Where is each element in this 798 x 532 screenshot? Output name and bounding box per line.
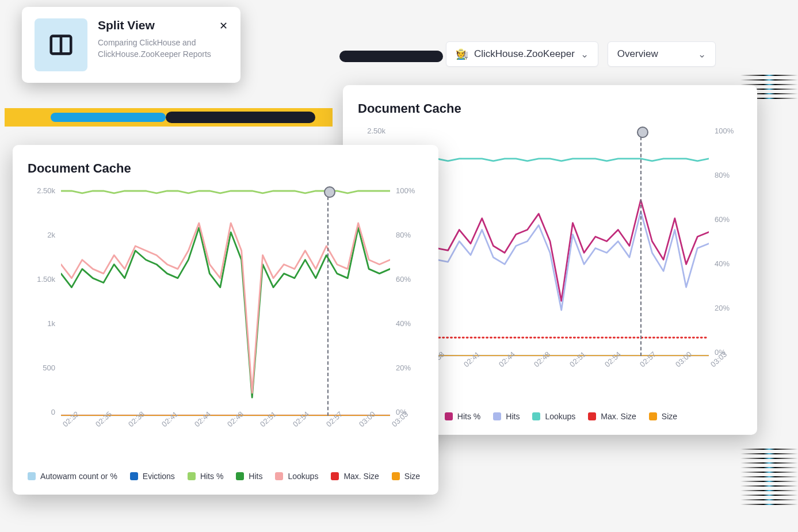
y-axis-left: 2.50k 2k 1.50k 1k 500 0: [28, 186, 55, 416]
legend-item-size[interactable]: Size: [649, 412, 677, 421]
report-dropdown[interactable]: 🧑‍🌾 ClickHouse.ZooKeeper ⌄: [446, 41, 598, 67]
split-view-icon: [35, 18, 87, 71]
view-dropdown[interactable]: Overview ⌄: [608, 41, 716, 67]
decor-glitch: [740, 449, 798, 508]
report-dropdown-label: ClickHouse.ZooKeeper: [474, 48, 575, 60]
chart-legend: Autowarm count or % Evictions Hits % Hit…: [28, 472, 421, 481]
tooltip-desc: Comparing ClickHouse and ClickHouse.ZooK…: [98, 37, 228, 60]
chart-plot-area[interactable]: [391, 127, 709, 357]
decor-bar: [339, 51, 443, 62]
legend-item-lookups[interactable]: Lookups: [275, 472, 318, 481]
legend-item-hits[interactable]: Hits: [236, 472, 262, 481]
legend-item-lookups[interactable]: Lookups: [532, 412, 575, 421]
x-axis: 02:3502:3802:4102:4402:4802:5102:5402:57…: [391, 362, 709, 371]
chart-card-left: Document Cache 2.50k 2k 1.50k 1k 500 0 1…: [13, 145, 438, 495]
chevron-down-icon: ⌄: [698, 48, 706, 60]
zookeeper-icon: 🧑‍🌾: [456, 48, 468, 60]
legend-item-evictions[interactable]: Evictions: [130, 472, 175, 481]
tooltip-title: Split View: [98, 18, 228, 32]
legend-item-maxsize[interactable]: Max. Size: [588, 412, 636, 421]
chart-crosshair[interactable]: [640, 131, 642, 356]
chart-plot-area[interactable]: [61, 186, 390, 416]
y-axis-right: 100% 80% 60% 40% 20% 0%: [396, 186, 421, 416]
chart-title: Document Cache: [358, 101, 740, 116]
legend-item-maxsize[interactable]: Max. Size: [331, 472, 379, 481]
decor-bar: [5, 108, 333, 127]
y-axis-right: 100% 80% 60% 40% 20% 0%: [715, 127, 740, 357]
close-icon[interactable]: ✕: [219, 20, 228, 32]
legend-item-hits-pct[interactable]: Hits %: [445, 412, 480, 421]
legend-item-size[interactable]: Size: [392, 472, 420, 481]
x-axis: 02:3202:3502:3802:4102:4402:4802:5102:54…: [61, 422, 390, 431]
chart-title: Document Cache: [28, 161, 421, 176]
split-view-tooltip: Split View Comparing ClickHouse and Clic…: [22, 7, 240, 83]
view-dropdown-label: Overview: [617, 48, 658, 60]
legend-item-autowarm[interactable]: Autowarm count or %: [28, 472, 117, 481]
legend-item-hits[interactable]: Hits: [493, 412, 520, 421]
legend-item-hits-pct[interactable]: Hits %: [188, 472, 223, 481]
chevron-down-icon: ⌄: [581, 48, 589, 60]
chart-crosshair[interactable]: [327, 191, 329, 416]
